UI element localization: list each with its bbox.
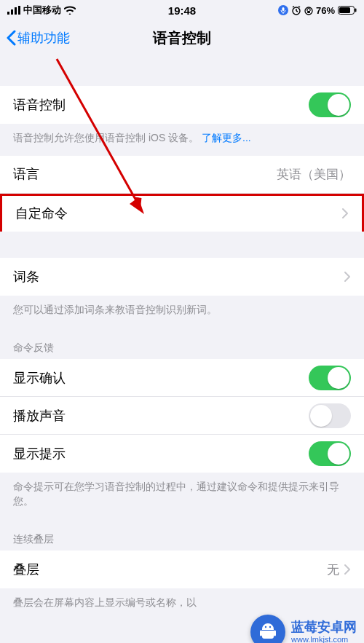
svg-rect-2	[15, 7, 17, 15]
show-hints-toggle[interactable]	[309, 441, 351, 466]
alarm-icon	[291, 5, 301, 15]
voice-control-note: 语音控制允许您使用语音控制 iOS 设备。 了解更多...	[0, 124, 364, 156]
carrier-label: 中国移动	[23, 4, 61, 17]
watermark-icon	[250, 615, 285, 643]
overlay-note: 叠层会在屏幕内容上显示编号或名称，以	[0, 588, 364, 613]
voice-control-label: 语音控制	[13, 96, 66, 114]
svg-rect-3	[18, 6, 20, 15]
show-confirm-toggle[interactable]	[309, 366, 351, 390]
vocab-row[interactable]: 词条	[0, 258, 364, 296]
back-label: 辅助功能	[17, 29, 70, 47]
show-hints-row: 显示提示	[0, 435, 364, 473]
watermark-badge: 蓝莓安卓网 www.lmkjst.com	[250, 615, 357, 643]
language-row[interactable]: 语言 英语（美国）	[0, 156, 364, 194]
signal-icon	[7, 6, 20, 15]
overlay-header: 连续叠层	[0, 518, 364, 551]
svg-line-10	[293, 7, 294, 8]
clock-label: 19:48	[168, 4, 196, 17]
status-right: 76%	[278, 5, 357, 16]
status-bar: 中国移动 19:48 76%	[0, 0, 364, 20]
svg-rect-15	[339, 7, 350, 13]
overlay-row[interactable]: 叠层 无	[0, 551, 364, 588]
overlay-value: 无	[327, 561, 339, 578]
battery-percent-label: 76%	[316, 5, 335, 16]
svg-point-21	[269, 626, 271, 628]
mic-indicator-icon	[278, 5, 288, 15]
overlay-label: 叠层	[13, 561, 39, 578]
language-value: 英语（美国）	[277, 166, 351, 183]
voice-control-toggle[interactable]	[309, 92, 351, 117]
hints-note: 命令提示可在您学习语音控制的过程中，通过建议命令和提供提示来引导您。	[0, 473, 364, 518]
svg-rect-0	[7, 12, 9, 15]
vocab-label: 词条	[13, 268, 39, 285]
watermark-url: www.lmkjst.com	[291, 635, 357, 643]
show-confirm-row: 显示确认	[0, 359, 364, 397]
show-hints-label: 显示提示	[13, 445, 66, 462]
lock-icon	[304, 5, 313, 15]
chevron-left-icon	[6, 30, 16, 46]
status-left: 中国移动	[7, 4, 76, 17]
play-sound-label: 播放声音	[13, 407, 66, 425]
voice-control-row: 语音控制	[0, 86, 364, 124]
nav-bar: 辅助功能 语音控制	[0, 20, 364, 55]
battery-icon	[338, 6, 357, 15]
svg-rect-13	[307, 11, 310, 13]
watermark-title: 蓝莓安卓网	[291, 620, 357, 635]
chevron-right-icon	[341, 208, 349, 219]
vocab-note: 您可以通过添加词条来教语音控制识别新词。	[0, 296, 364, 328]
svg-line-9	[296, 11, 298, 12]
svg-rect-16	[355, 9, 357, 12]
show-confirm-label: 显示确认	[13, 369, 66, 387]
play-sound-toggle[interactable]	[309, 403, 351, 428]
custom-commands-row[interactable]: 自定命令	[0, 194, 364, 232]
chevron-right-icon	[344, 564, 351, 575]
page-title: 语音控制	[153, 28, 211, 48]
svg-point-20	[265, 626, 266, 628]
play-sound-row: 播放声音	[0, 397, 364, 435]
language-label: 语言	[13, 165, 39, 183]
svg-rect-5	[282, 7, 284, 11]
wifi-icon	[64, 6, 76, 15]
learn-more-link[interactable]: 了解更多...	[202, 132, 251, 143]
svg-line-11	[298, 7, 300, 8]
back-button[interactable]: 辅助功能	[6, 29, 70, 47]
svg-rect-1	[11, 9, 13, 15]
feedback-header: 命令反馈	[0, 327, 364, 359]
custom-commands-label: 自定命令	[15, 205, 68, 222]
chevron-right-icon	[344, 271, 351, 283]
